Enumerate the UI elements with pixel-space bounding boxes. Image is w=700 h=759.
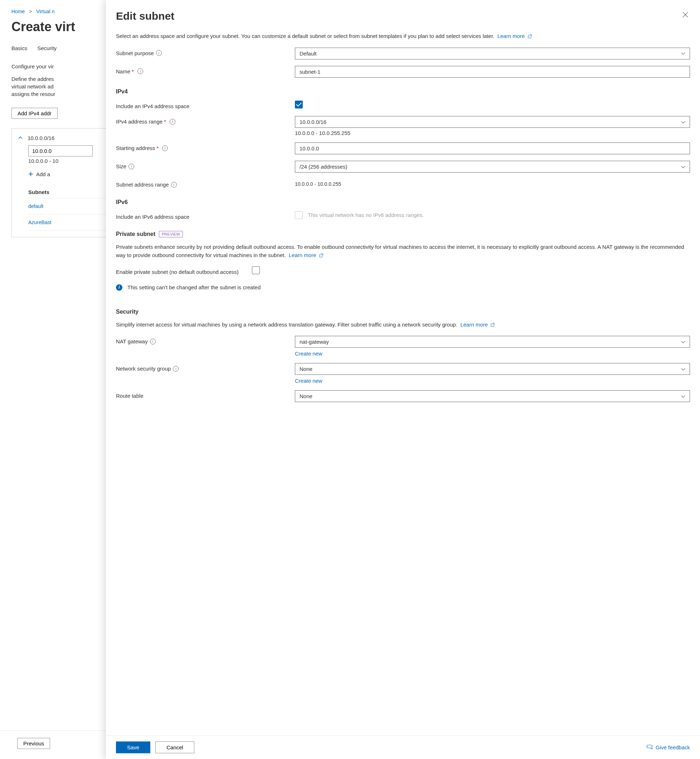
subnet-link-bastion[interactable]: AzureBast <box>28 219 52 225</box>
preview-badge: PREVIEW <box>159 231 183 237</box>
previous-button[interactable]: Previous <box>17 738 50 749</box>
subnet-purpose-label: Subnet purpose <box>116 50 154 57</box>
tab-security[interactable]: Security <box>37 45 56 55</box>
external-link-icon <box>319 254 323 257</box>
enable-private-label: Enable private subnet (no default outbou… <box>116 269 239 276</box>
private-warning-bar: i This setting can't be changed after th… <box>116 284 690 291</box>
info-icon[interactable]: i <box>128 164 134 169</box>
external-link-icon <box>528 34 532 38</box>
required-indicator: * <box>132 68 134 75</box>
learn-more-link[interactable]: Learn more <box>497 33 532 39</box>
chevron-up-icon <box>18 136 23 140</box>
chevron-down-icon <box>681 367 685 371</box>
info-icon[interactable]: i <box>173 366 178 372</box>
info-icon: i <box>116 284 122 291</box>
address-space-cidr: 10.0.0.0/16 <box>28 135 55 141</box>
chevron-down-icon <box>681 51 685 55</box>
security-section-title: Security <box>116 308 690 315</box>
include-ipv6-label: Include an IPv6 address space <box>116 213 189 221</box>
subnet-link-default[interactable]: default <box>28 203 43 209</box>
panel-description: Select an address space and configure yo… <box>116 32 690 41</box>
info-icon[interactable]: i <box>150 339 156 344</box>
info-icon[interactable]: i <box>156 50 162 56</box>
cancel-button[interactable]: Cancel <box>155 742 194 753</box>
info-icon[interactable]: i <box>170 119 175 125</box>
nat-gateway-label: NAT gateway <box>116 338 148 345</box>
subnet-address-range-label: Subnet address range <box>116 181 169 188</box>
chevron-down-icon <box>681 340 685 344</box>
tab-basics[interactable]: Basics <box>11 45 27 55</box>
close-icon <box>682 11 689 18</box>
starting-address-label: Starting address <box>116 145 155 152</box>
subnet-address-range-value: 10.0.0.0 - 10.0.0.255 <box>295 181 341 187</box>
add-subnet-label: Add a <box>36 171 50 177</box>
info-icon[interactable]: i <box>162 146 168 151</box>
panel-title: Edit subnet <box>116 10 174 22</box>
enable-private-checkbox[interactable] <box>252 266 260 274</box>
edit-subnet-panel: Edit subnet Select an address space and … <box>106 0 700 759</box>
give-feedback-link[interactable]: Give feedback <box>646 744 690 751</box>
chevron-down-icon <box>681 120 685 124</box>
save-button[interactable]: Save <box>116 742 150 753</box>
panel-footer: Save Cancel Give feedback <box>106 736 700 759</box>
include-ipv4-checkbox[interactable] <box>295 100 303 108</box>
learn-more-link[interactable]: Learn more <box>460 321 495 328</box>
ipv4-range-helper: 10.0.0.0 - 10.0.255.255 <box>295 130 690 136</box>
learn-more-link[interactable]: Learn more <box>289 252 323 258</box>
ipv4-range-select[interactable]: 10.0.0.0/16 <box>295 116 690 128</box>
breadcrumb-separator: > <box>29 9 32 14</box>
chevron-down-icon <box>681 165 685 169</box>
plus-icon: + <box>28 170 33 178</box>
route-table-select[interactable]: None <box>295 390 690 402</box>
nat-create-new-link[interactable]: Create new <box>295 351 690 357</box>
define-text: Define the addres virtual network ad ass… <box>11 75 62 98</box>
feedback-icon <box>646 744 653 751</box>
required-indicator: * <box>164 118 166 125</box>
external-link-icon <box>491 323 495 327</box>
breadcrumb-home[interactable]: Home <box>11 9 25 14</box>
route-table-label: Route table <box>116 393 144 399</box>
size-select[interactable]: /24 (256 addresses) <box>295 161 690 172</box>
nat-gateway-select[interactable]: nat-gateway <box>295 336 690 347</box>
ipv4-range-label: IPv4 address range <box>116 118 162 125</box>
private-subnet-description: Private subnets enhance security by not … <box>116 243 690 259</box>
name-label: Name <box>116 68 130 75</box>
close-button[interactable] <box>681 10 690 19</box>
size-label: Size <box>116 163 127 170</box>
starting-address-input[interactable]: 10.0.0.0 <box>295 142 690 154</box>
nsg-select[interactable]: None <box>295 363 690 375</box>
chevron-down-icon <box>681 394 685 399</box>
info-icon[interactable]: i <box>171 182 177 188</box>
include-ipv4-label: Include an IPv4 address space <box>116 103 189 110</box>
include-ipv6-hint: This virtual network has no IPv6 address… <box>308 212 424 218</box>
breadcrumb-virtual-networks[interactable]: Virtual n <box>36 9 55 14</box>
include-ipv6-checkbox <box>295 211 303 219</box>
nsg-label: Network security group <box>116 365 171 372</box>
security-description: Simplify internet access for virtual mac… <box>116 321 690 329</box>
nsg-create-new-link[interactable]: Create new <box>295 378 690 384</box>
private-warning-text: This setting can't be changed after the … <box>127 284 261 290</box>
name-input[interactable]: subnet-1 <box>295 66 690 78</box>
subnet-purpose-select[interactable]: Default <box>295 48 690 59</box>
address-start-input[interactable] <box>28 146 93 156</box>
private-subnet-section-title: Private subnet PREVIEW <box>116 231 690 237</box>
add-ipv4-address-space-button[interactable]: Add IPv4 addr <box>11 108 58 119</box>
ipv6-section-title: IPv6 <box>116 199 690 205</box>
required-indicator: * <box>156 145 159 152</box>
ipv4-section-title: IPv4 <box>116 88 690 95</box>
info-icon[interactable]: i <box>138 68 143 74</box>
